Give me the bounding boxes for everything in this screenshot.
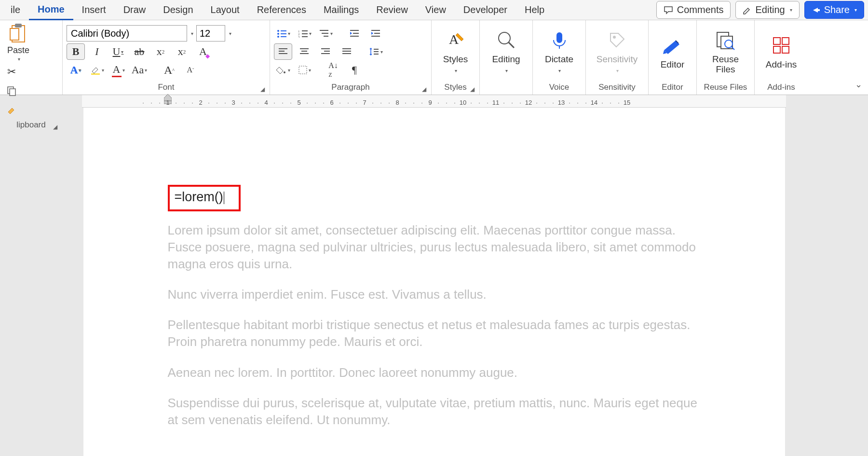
tab-developer[interactable]: Developer <box>455 0 516 19</box>
group-clipboard: Paste ▾ ✂ lipboard◢ <box>0 20 63 95</box>
horizontal-ruler[interactable]: 1···2···3···4···5···6···7···8···9···10··… <box>82 95 786 108</box>
justify-button[interactable] <box>338 43 356 60</box>
chevron-down-icon[interactable]: ▾ <box>191 31 193 36</box>
underline-button[interactable]: U▾ <box>109 43 127 60</box>
subscript-button[interactable]: x2 <box>151 43 170 60</box>
dialog-launcher-icon[interactable]: ◢ <box>53 124 57 130</box>
shrink-font-button[interactable]: Aˇ <box>181 62 200 78</box>
font-name-input[interactable] <box>67 25 187 41</box>
dialog-launcher-icon[interactable]: ◢ <box>260 86 265 93</box>
svg-rect-31 <box>301 51 307 52</box>
bullets-icon <box>276 29 287 38</box>
ruler-tick: 7 <box>363 99 366 106</box>
tab-references[interactable]: References <box>248 0 315 19</box>
group-voice: Dictate▾ Voice <box>533 20 586 95</box>
paste-button[interactable]: Paste ▾ <box>4 22 33 62</box>
borders-button[interactable]: ▾ <box>295 62 313 78</box>
pencil-icon <box>743 6 751 14</box>
styles-button[interactable]: A Styles▾ <box>432 26 480 78</box>
svg-rect-40 <box>374 51 379 52</box>
svg-rect-22 <box>353 33 359 34</box>
svg-rect-2 <box>10 28 19 40</box>
show-marks-button[interactable]: ¶ <box>345 62 364 78</box>
chevron-down-icon[interactable]: ▾ <box>229 31 231 36</box>
svg-rect-28 <box>279 51 285 52</box>
tab-mailings[interactable]: Mailings <box>315 0 367 19</box>
align-center-button[interactable] <box>295 43 313 60</box>
comments-button[interactable]: Comments <box>656 1 731 19</box>
copy-button[interactable] <box>4 83 19 99</box>
comments-label: Comments <box>677 4 724 15</box>
editing-mode-button[interactable]: Editing ▾ <box>735 1 799 19</box>
tab-design[interactable]: Design <box>154 0 202 19</box>
editor-button[interactable]: Editor <box>649 31 697 73</box>
svg-rect-11 <box>281 36 286 37</box>
svg-rect-57 <box>782 46 789 53</box>
dialog-launcher-icon[interactable]: ◢ <box>422 86 426 93</box>
tab-file[interactable]: ile <box>2 0 29 19</box>
align-left-icon <box>278 48 288 55</box>
addins-button[interactable]: Add-ins <box>757 31 805 73</box>
italic-button[interactable]: I <box>88 43 106 60</box>
multilevel-list-button[interactable]: ▾ <box>316 25 335 41</box>
editing-button[interactable]: Editing▾ <box>482 26 530 78</box>
clipboard-icon <box>9 22 28 44</box>
tab-view[interactable]: View <box>417 0 455 19</box>
bold-button[interactable]: B <box>67 43 85 60</box>
highlight-button[interactable]: ▾ <box>88 62 106 78</box>
svg-rect-39 <box>374 49 379 50</box>
align-left-button[interactable] <box>274 43 292 60</box>
collapse-ribbon-button[interactable]: ⌄ <box>855 79 862 90</box>
svg-rect-1 <box>15 24 22 28</box>
sort-button[interactable]: A↓Z <box>324 62 342 78</box>
svg-point-8 <box>277 33 279 35</box>
font-size-input[interactable] <box>196 25 225 41</box>
dictate-button[interactable]: Dictate▾ <box>535 26 583 78</box>
group-label-clipboard: lipboard◢ <box>4 119 58 131</box>
group-label-editing <box>484 81 529 94</box>
clear-formatting-button[interactable]: A◆ <box>194 43 212 60</box>
svg-rect-23 <box>350 36 359 37</box>
superscript-button[interactable]: x2 <box>173 43 191 60</box>
grow-font-button[interactable]: A^ <box>160 62 178 78</box>
tab-insert[interactable]: Insert <box>73 0 115 19</box>
share-button[interactable]: Share ▾ <box>804 1 864 19</box>
svg-rect-15 <box>302 33 308 34</box>
align-right-button[interactable] <box>316 43 335 60</box>
svg-rect-56 <box>773 46 780 53</box>
multilevel-icon <box>319 29 329 38</box>
group-label-addins: Add-ins <box>759 81 804 94</box>
paint-bucket-icon <box>276 65 287 75</box>
font-color-button[interactable]: A▾ <box>109 62 127 78</box>
ruler-tick: 11 <box>492 99 499 106</box>
numbering-button[interactable]: 123▾ <box>295 25 313 41</box>
tab-layout[interactable]: Layout <box>202 0 248 19</box>
chevron-down-icon: ▾ <box>79 68 81 73</box>
document-text[interactable]: =lorem() <box>175 190 224 204</box>
format-painter-button[interactable] <box>4 102 19 119</box>
paragraph: Suspendisse dui purus, scelerisque at, v… <box>168 395 701 428</box>
chevron-down-icon: ▾ <box>102 68 104 73</box>
placeholder-text: Lorem ipsum dolor sit amet, consectetuer… <box>168 222 701 428</box>
strikethrough-button[interactable]: ab <box>130 43 149 60</box>
tab-draw[interactable]: Draw <box>115 0 155 19</box>
cut-button[interactable]: ✂ <box>4 64 19 80</box>
svg-rect-41 <box>374 54 379 55</box>
page[interactable]: =lorem() Lorem ipsum dolor sit amet, con… <box>83 108 785 456</box>
tab-home[interactable]: Home <box>29 0 73 20</box>
reuse-files-button[interactable]: Reuse Files <box>702 26 750 78</box>
line-spacing-button[interactable]: ▾ <box>366 43 385 60</box>
decrease-indent-button[interactable] <box>345 25 364 41</box>
ruler-tick: 3 <box>231 99 235 106</box>
svg-rect-30 <box>300 48 309 49</box>
chevron-down-icon: ▾ <box>309 68 311 73</box>
increase-indent-button[interactable] <box>366 25 385 41</box>
svg-rect-32 <box>300 53 309 54</box>
text-effects-button[interactable]: A▾ <box>67 62 85 78</box>
tab-review[interactable]: Review <box>367 0 417 19</box>
shading-button[interactable]: ▾ <box>274 62 292 78</box>
change-case-button[interactable]: Aa▾ <box>130 62 149 78</box>
bullets-button[interactable]: ▾ <box>274 25 292 41</box>
dialog-launcher-icon[interactable]: ◢ <box>470 86 475 93</box>
tab-help[interactable]: Help <box>516 0 553 19</box>
